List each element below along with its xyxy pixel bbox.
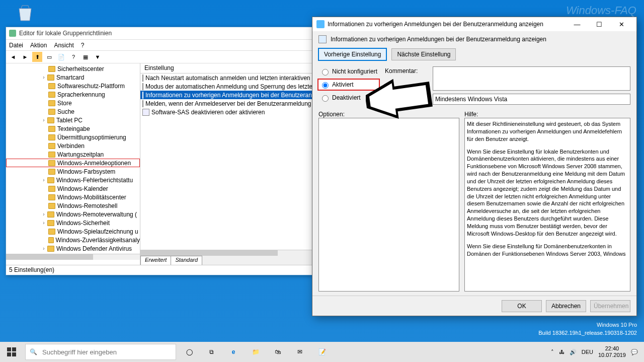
list-row[interactable]: Melden, wenn der Anmeldeserver bei der B… — [140, 99, 312, 108]
menu-ansicht[interactable]: Ansicht — [54, 42, 73, 49]
gpedit-toolbar: ◄ ► ⬆ ▭ 📄 ? ▦ ▼ — [6, 50, 312, 63]
dialog-title: Informationen zu vorherigen Anmeldungen … — [328, 21, 543, 28]
filter-icon[interactable]: ▼ — [93, 52, 103, 62]
list-tabs: Erweitert Standard — [140, 256, 312, 265]
list-row[interactable]: Informationen zu vorherigen Anmeldungen … — [140, 91, 312, 99]
state-radios: Nicht konfiguriert Aktiviert Deaktiviert — [318, 66, 379, 105]
cortana-icon[interactable]: ◯ — [178, 342, 200, 362]
build-text: Build 18362.19h1_release.190318-1202 — [538, 329, 637, 337]
cancel-button[interactable]: Abbrechen — [546, 300, 586, 312]
apply-button[interactable]: Übernehmen — [590, 300, 630, 312]
properties-icon[interactable]: ▦ — [80, 52, 91, 62]
svg-rect-5 — [12, 352, 16, 356]
gpedit-menubar: Datei Aktion Ansicht ? — [6, 39, 312, 50]
tree-item[interactable]: Windows-Kalender — [6, 184, 140, 193]
tree-item[interactable]: ›Windows-Sicherheit — [6, 219, 140, 227]
clock[interactable]: 22:40 10.07.2019 — [598, 345, 626, 358]
tree-item[interactable]: ›Windows Defender Antivirus — [6, 244, 140, 253]
ok-button[interactable]: OK — [502, 300, 542, 312]
tree-item[interactable]: Windows-Remoteshell — [6, 201, 140, 210]
tree-item[interactable]: Übermittlungsoptimierung — [6, 133, 140, 141]
tree-item[interactable]: ›Smartcard — [6, 73, 140, 82]
radio-disabled[interactable]: Deaktiviert — [318, 93, 379, 103]
tree-item[interactable]: Windows-Spielaufzeichnung u — [6, 227, 140, 236]
task-view-icon[interactable]: ⧉ — [200, 342, 222, 362]
tree-item[interactable]: Sicherheitscenter — [6, 64, 140, 73]
tree-item[interactable]: Windows-Anmeldeoptionen — [6, 159, 140, 167]
policy-icon — [318, 35, 327, 43]
start-button[interactable] — [0, 342, 23, 362]
tab-standard[interactable]: Standard — [171, 256, 202, 265]
up-icon[interactable]: ⬆ — [32, 52, 42, 62]
tree-view[interactable]: Sicherheitscenter›SmartcardSoftwareschut… — [6, 63, 140, 265]
menu-aktion[interactable]: Aktion — [30, 42, 47, 49]
tree-item[interactable]: Windows-Farbsystem — [6, 167, 140, 176]
tray-chevron-icon[interactable]: ˄ — [551, 349, 554, 355]
tree-item[interactable]: Softwareschutz-Plattform — [6, 82, 140, 90]
search-box[interactable]: 🔍 — [25, 344, 176, 360]
network-icon[interactable]: 🖧 — [559, 349, 565, 355]
minimize-button[interactable]: — — [566, 17, 588, 31]
tree-item[interactable]: Wartungszeitplan — [6, 150, 140, 159]
edition-text: Windows 10 Pro — [538, 321, 637, 329]
store-icon[interactable]: 🛍 — [267, 342, 289, 362]
taskbar: 🔍 ◯ ⧉ e 📁 🛍 ✉ 📝 ˄ 🖧 🔊 DEU 22:40 10.07.20… — [0, 342, 644, 362]
settings-list: Einstellung Nach Neustart automatisch an… — [140, 63, 312, 265]
policy-heading-text: Informationen zu vorherigen Anmeldungen … — [331, 36, 546, 43]
back-icon[interactable]: ◄ — [8, 52, 18, 62]
dialog-buttons: OK Abbrechen Übernehmen — [312, 296, 636, 316]
list-header[interactable]: Einstellung — [140, 63, 312, 74]
maximize-button[interactable]: ☐ — [588, 17, 610, 31]
dialog-icon — [316, 20, 325, 28]
tree-item[interactable]: ›Tablet PC — [6, 116, 140, 124]
edge-icon[interactable]: e — [222, 342, 245, 362]
tree-item[interactable]: Windows-Zuverlässigkeitsanaly — [6, 236, 140, 244]
gpedit-titlebar[interactable]: Editor für lokale Gruppenrichtlinien — [6, 27, 312, 39]
mail-icon[interactable]: ✉ — [289, 342, 311, 362]
export-icon[interactable]: 📄 — [56, 52, 66, 62]
dialog-titlebar[interactable]: Informationen zu vorherigen Anmeldungen … — [312, 17, 636, 31]
explorer-icon[interactable]: 📁 — [245, 342, 267, 362]
menu-datei[interactable]: Datei — [9, 42, 23, 49]
radio-not-configured[interactable]: Nicht konfiguriert — [318, 66, 379, 77]
close-button[interactable]: ✕ — [610, 17, 632, 31]
tree-item[interactable]: ›Windows-Fehlerberichtstattu — [6, 176, 140, 184]
next-setting-button[interactable]: Nächste Einstellung — [391, 48, 456, 60]
policy-dialog: Informationen zu vorherigen Anmeldungen … — [312, 17, 637, 316]
notepad-icon[interactable]: 📝 — [311, 342, 333, 362]
show-hide-icon[interactable]: ▭ — [44, 52, 54, 62]
date-text: 10.07.2019 — [598, 352, 626, 358]
comment-label: Kommentar: — [385, 66, 433, 75]
status-bar: 5 Einstellung(en) — [6, 265, 312, 275]
list-row[interactable]: Modus der automatischen Anmeldung und Sp… — [140, 82, 312, 91]
menu-help[interactable]: ? — [81, 42, 85, 49]
language-indicator[interactable]: DEU — [582, 349, 593, 355]
svg-rect-4 — [7, 352, 11, 356]
prev-setting-button[interactable]: Vorherige Einstellung — [318, 48, 386, 60]
radio-enabled[interactable]: Aktiviert — [318, 80, 379, 90]
refresh-icon[interactable]: ? — [68, 52, 78, 62]
system-tray: ˄ 🖧 🔊 DEU 22:40 10.07.2019 💬 — [545, 345, 644, 358]
volume-icon[interactable]: 🔊 — [570, 349, 577, 355]
gpedit-title: Editor für lokale Gruppenrichtlinien — [19, 30, 112, 37]
tree-item[interactable]: Texteingabe — [6, 124, 140, 133]
tree-item[interactable]: Spracherkennung — [6, 90, 140, 99]
list-scrollbar[interactable] — [140, 250, 312, 256]
tree-item[interactable]: Store — [6, 99, 140, 107]
search-input[interactable] — [41, 348, 172, 356]
notification-icon[interactable]: 💬 — [631, 349, 638, 355]
list-row[interactable]: Software-SAS deaktivieren oder aktiviere… — [140, 108, 312, 116]
tree-item[interactable]: ›Windows-Remoteverwaltung ( — [6, 210, 140, 219]
tree-item[interactable]: Suche — [6, 107, 140, 116]
comment-input[interactable] — [433, 66, 630, 91]
tree-scrollbar[interactable] — [6, 254, 140, 260]
recycle-bin[interactable] — [15, 3, 35, 24]
tab-erweitert[interactable]: Erweitert — [140, 256, 171, 265]
supported-label: Unterstützt auf: — [385, 94, 433, 102]
list-row[interactable]: Nach Neustart automatisch anmelden und l… — [140, 74, 312, 82]
tree-item[interactable]: Windows-Mobilitätscenter — [6, 193, 140, 201]
tree-item[interactable]: Verbinden — [6, 141, 140, 150]
help-box[interactable]: Mit dieser Richtlinieneinstellung wird g… — [464, 118, 630, 292]
forward-icon[interactable]: ► — [20, 52, 30, 62]
time-text: 22:40 — [598, 345, 626, 352]
